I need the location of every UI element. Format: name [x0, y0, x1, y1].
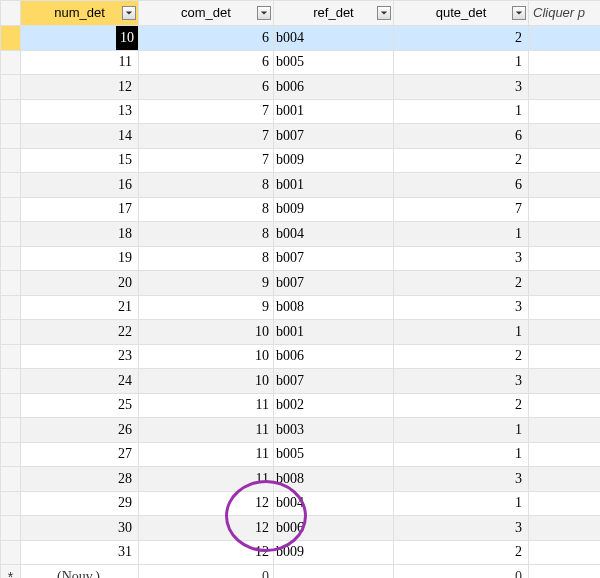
cell-num_det[interactable]: 21 — [21, 295, 139, 320]
cell-qute_det[interactable]: 3 — [394, 75, 529, 100]
cell-extra[interactable] — [529, 148, 601, 173]
cell-ref_det[interactable]: b003 — [274, 418, 394, 443]
table-row[interactable]: 137b0011 — [1, 99, 601, 124]
cell-qute_det[interactable]: 1 — [394, 442, 529, 467]
cell-com_det[interactable]: 12 — [139, 491, 274, 516]
cell-num_det[interactable]: 26 — [21, 418, 139, 443]
row-selector[interactable] — [1, 25, 21, 50]
cell-ref_det[interactable]: b009 — [274, 148, 394, 173]
cell-com_det[interactable]: 12 — [139, 540, 274, 565]
row-selector[interactable] — [1, 344, 21, 369]
cell-num_det[interactable]: 20 — [21, 271, 139, 296]
cell-num_det[interactable]: 16 — [21, 173, 139, 198]
row-selector[interactable] — [1, 173, 21, 198]
row-selector[interactable] — [1, 393, 21, 418]
cell-num_det[interactable]: 29 — [21, 491, 139, 516]
cell-extra[interactable] — [529, 369, 601, 394]
col-header-num_det[interactable]: num_det — [21, 1, 139, 26]
cell-num_det[interactable]: 10 — [21, 25, 139, 50]
cell-extra[interactable] — [529, 393, 601, 418]
new-row[interactable]: *(Nouv.)00 — [1, 565, 601, 579]
col-header-qute_det[interactable]: qute_det — [394, 1, 529, 26]
cell-com_det[interactable]: 8 — [139, 222, 274, 247]
table-row[interactable]: 116b0051 — [1, 50, 601, 75]
cell-num_det[interactable]: 28 — [21, 467, 139, 492]
row-selector[interactable] — [1, 442, 21, 467]
row-selector[interactable] — [1, 124, 21, 149]
cell-com_det[interactable]: 11 — [139, 418, 274, 443]
cell-ref_det[interactable]: b005 — [274, 50, 394, 75]
cell-extra[interactable] — [529, 565, 601, 579]
table-row[interactable]: 2410b0073 — [1, 369, 601, 394]
cell-qute_det[interactable]: 7 — [394, 197, 529, 222]
table-row[interactable]: 2912b0041 — [1, 491, 601, 516]
cell-extra[interactable] — [529, 99, 601, 124]
cell-num_det[interactable]: 30 — [21, 516, 139, 541]
cell-extra[interactable] — [529, 467, 601, 492]
cell-ref_det[interactable]: b001 — [274, 99, 394, 124]
row-selector[interactable] — [1, 99, 21, 124]
cell-ref_det[interactable]: b008 — [274, 295, 394, 320]
col-header-com_det[interactable]: com_det — [139, 1, 274, 26]
row-selector[interactable] — [1, 271, 21, 296]
cell-com_det[interactable]: 8 — [139, 173, 274, 198]
filter-dropdown-icon[interactable] — [122, 6, 136, 20]
cell-num_det[interactable]: 14 — [21, 124, 139, 149]
new-row-marker[interactable]: * — [1, 565, 21, 579]
cell-qute_det[interactable]: 1 — [394, 50, 529, 75]
table-row[interactable]: 126b0063 — [1, 75, 601, 100]
table-row[interactable]: 157b0092 — [1, 148, 601, 173]
row-selector-header[interactable] — [1, 1, 21, 26]
cell-extra[interactable] — [529, 295, 601, 320]
cell-ref_det[interactable]: b006 — [274, 344, 394, 369]
table-row[interactable]: 2811b0083 — [1, 467, 601, 492]
row-selector[interactable] — [1, 418, 21, 443]
cell-qute_det[interactable]: 0 — [394, 565, 529, 579]
filter-dropdown-icon[interactable] — [377, 6, 391, 20]
cell-qute_det[interactable]: 2 — [394, 25, 529, 50]
row-selector[interactable] — [1, 246, 21, 271]
cell-num_det[interactable]: 12 — [21, 75, 139, 100]
cell-extra[interactable] — [529, 124, 601, 149]
cell-com_det[interactable]: 6 — [139, 50, 274, 75]
cell-num_det[interactable]: 17 — [21, 197, 139, 222]
cell-qute_det[interactable]: 1 — [394, 418, 529, 443]
cell-extra[interactable] — [529, 540, 601, 565]
row-selector[interactable] — [1, 222, 21, 247]
cell-num_det[interactable]: 24 — [21, 369, 139, 394]
cell-com_det[interactable]: 0 — [139, 565, 274, 579]
cell-extra[interactable] — [529, 173, 601, 198]
cell-ref_det[interactable]: b007 — [274, 246, 394, 271]
cell-com_det[interactable]: 6 — [139, 75, 274, 100]
filter-dropdown-icon[interactable] — [257, 6, 271, 20]
cell-extra[interactable] — [529, 442, 601, 467]
filter-dropdown-icon[interactable] — [512, 6, 526, 20]
cell-extra[interactable] — [529, 418, 601, 443]
cell-num_det[interactable]: 19 — [21, 246, 139, 271]
cell-num_det[interactable]: 15 — [21, 148, 139, 173]
cell-qute_det[interactable]: 1 — [394, 320, 529, 345]
cell-qute_det[interactable]: 1 — [394, 491, 529, 516]
row-selector[interactable] — [1, 491, 21, 516]
cell-num_det[interactable]: 18 — [21, 222, 139, 247]
cell-extra[interactable] — [529, 50, 601, 75]
table-row[interactable]: 147b0076 — [1, 124, 601, 149]
table-row[interactable]: 3012b0063 — [1, 516, 601, 541]
row-selector[interactable] — [1, 516, 21, 541]
cell-com_det[interactable]: 10 — [139, 320, 274, 345]
table-row[interactable]: 106b0042 — [1, 25, 601, 50]
cell-ref_det[interactable] — [274, 565, 394, 579]
cell-num_det[interactable]: 22 — [21, 320, 139, 345]
cell-extra[interactable] — [529, 25, 601, 50]
cell-qute_det[interactable]: 2 — [394, 540, 529, 565]
cell-num_det[interactable]: (Nouv.) — [21, 565, 139, 579]
cell-ref_det[interactable]: b004 — [274, 222, 394, 247]
cell-extra[interactable] — [529, 246, 601, 271]
cell-qute_det[interactable]: 6 — [394, 124, 529, 149]
row-selector[interactable] — [1, 320, 21, 345]
cell-qute_det[interactable]: 3 — [394, 246, 529, 271]
cell-com_det[interactable]: 9 — [139, 271, 274, 296]
cell-ref_det[interactable]: b002 — [274, 393, 394, 418]
cell-com_det[interactable]: 9 — [139, 295, 274, 320]
cell-com_det[interactable]: 10 — [139, 369, 274, 394]
